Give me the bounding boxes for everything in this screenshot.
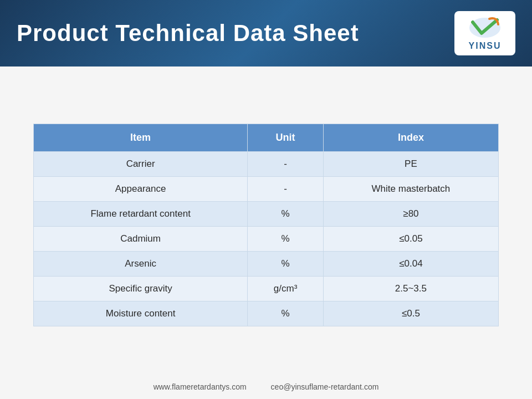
table-row: Carrier-PE bbox=[34, 152, 499, 177]
table-cell: Appearance bbox=[34, 177, 248, 202]
table-header-row: Item Unit Index bbox=[34, 124, 499, 152]
table-cell: ≤0.04 bbox=[323, 252, 498, 277]
page-wrapper: Product Technical Data Sheet YINSU YINSU… bbox=[0, 0, 532, 399]
table-cell: % bbox=[248, 301, 324, 326]
page-title: Product Technical Data Sheet bbox=[17, 20, 359, 47]
main-content: YINSU Item Unit Index Carrier-PEAppearan… bbox=[0, 66, 532, 378]
table-cell: 2.5~3.5 bbox=[323, 277, 498, 301]
table-cell: Specific gravity bbox=[34, 277, 248, 301]
table-row: Arsenic%≤0.04 bbox=[34, 252, 499, 277]
col-header-item: Item bbox=[34, 124, 248, 152]
table-row: Flame retardant content%≥80 bbox=[34, 202, 499, 227]
table-cell: Arsenic bbox=[34, 252, 248, 277]
table-cell: - bbox=[248, 177, 324, 202]
table-cell: % bbox=[248, 202, 324, 227]
table-cell: ≥80 bbox=[323, 202, 498, 227]
data-table: Item Unit Index Carrier-PEAppearance-Whi… bbox=[33, 124, 499, 326]
table-row: Appearance-White masterbatch bbox=[34, 177, 499, 202]
table-cell: ≤0.5 bbox=[323, 301, 498, 326]
col-header-index: Index bbox=[323, 124, 498, 152]
table-cell: g/cm³ bbox=[248, 277, 324, 301]
footer: www.flameretardantys.com ceo@yinsuflame-… bbox=[0, 378, 532, 399]
logo-graphic bbox=[468, 16, 502, 40]
table-cell: ≤0.05 bbox=[323, 227, 498, 252]
table-cell: White masterbatch bbox=[323, 177, 498, 202]
table-cell: Carrier bbox=[34, 152, 248, 177]
table-cell: % bbox=[248, 227, 324, 252]
table-cell: % bbox=[248, 252, 324, 277]
header: Product Technical Data Sheet YINSU bbox=[0, 0, 532, 66]
table-cell: Moisture content bbox=[34, 301, 248, 326]
table-cell: - bbox=[248, 152, 324, 177]
table-cell: Flame retardant content bbox=[34, 202, 248, 227]
logo-text: YINSU bbox=[469, 41, 502, 51]
col-header-unit: Unit bbox=[248, 124, 324, 152]
footer-email: ceo@yinsuflame-retardant.com bbox=[271, 382, 379, 391]
table-cell: PE bbox=[323, 152, 498, 177]
table-row: Specific gravityg/cm³2.5~3.5 bbox=[34, 277, 499, 301]
table-row: Cadmium%≤0.05 bbox=[34, 227, 499, 252]
logo-box: YINSU bbox=[454, 11, 515, 55]
table-row: Moisture content%≤0.5 bbox=[34, 301, 499, 326]
table-cell: Cadmium bbox=[34, 227, 248, 252]
footer-website: www.flameretardantys.com bbox=[154, 382, 247, 391]
